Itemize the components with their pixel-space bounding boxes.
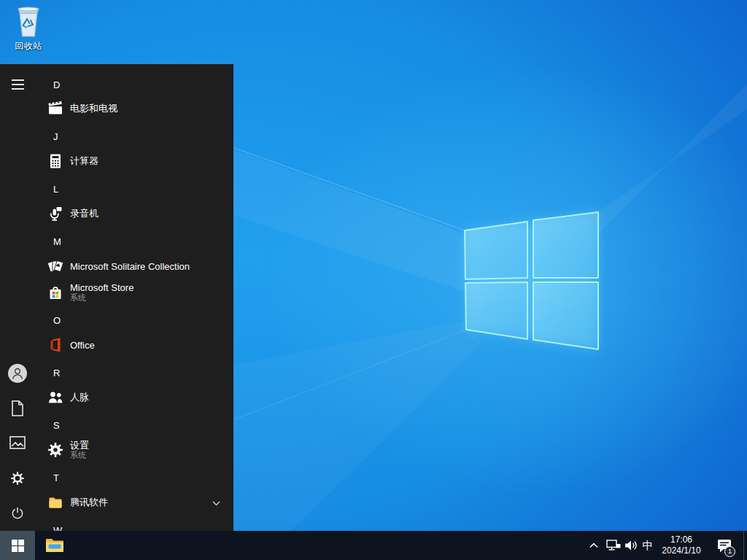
network-ethernet-icon (606, 540, 621, 552)
office-icon (47, 336, 64, 354)
folder-icon (47, 494, 64, 511)
app-item-calculator[interactable]: 计算器 (35, 147, 233, 175)
power-button[interactable] (0, 496, 35, 531)
clock-time: 17:06 (670, 534, 692, 545)
app-item-microsoft-store[interactable]: Microsoft Store 系统 (35, 276, 233, 308)
section-header-o[interactable]: O (35, 306, 233, 334)
section-header-r[interactable]: R (35, 359, 233, 386)
pictures-icon (9, 436, 26, 449)
user-avatar-icon (7, 363, 28, 384)
app-item-settings[interactable]: 设置 系统 (35, 434, 233, 466)
notification-badge: 1 (724, 546, 735, 557)
app-item-sublabel: 系统 (70, 451, 89, 460)
section-header-w[interactable]: W (35, 516, 233, 531)
section-header-t[interactable]: T (35, 464, 233, 491)
people-icon (47, 389, 64, 406)
network-tray-button[interactable] (604, 531, 623, 560)
clock-date: 2024/1/10 (662, 545, 700, 556)
voice-recorder-icon (47, 205, 64, 222)
speaker-icon (624, 540, 638, 551)
tray-hidden-icons-button[interactable] (584, 531, 603, 560)
app-list: D 电影和电视 J (35, 64, 233, 531)
hamburger-icon (12, 79, 24, 90)
user-account-button[interactable] (0, 356, 35, 391)
solitaire-icon (47, 257, 64, 275)
chevron-down-icon[interactable] (212, 496, 220, 509)
taskbar: 中 17:06 2024/1/10 1 (0, 531, 747, 560)
pictures-button[interactable] (0, 425, 35, 460)
start-menu-rail (0, 64, 35, 531)
show-desktop-button[interactable] (743, 531, 747, 560)
settings-button[interactable] (0, 461, 35, 496)
windows-logo-icon (12, 540, 24, 552)
documents-button[interactable] (0, 391, 35, 426)
start-button[interactable] (0, 531, 35, 560)
power-icon (10, 506, 25, 521)
section-header-l[interactable]: L (35, 175, 233, 203)
app-item-office[interactable]: Office (35, 331, 233, 359)
document-icon (10, 400, 25, 416)
file-explorer-button[interactable] (38, 531, 71, 560)
expand-menu-button[interactable] (0, 67, 35, 102)
recycle-bin[interactable]: 回收站 (6, 4, 51, 57)
file-explorer-icon (45, 537, 64, 553)
settings-gear-icon (47, 441, 64, 459)
ime-language-button[interactable]: 中 (639, 531, 657, 560)
app-item-movies-tv[interactable]: 电影和电视 (35, 95, 233, 122)
taskbar-clock[interactable]: 17:06 2024/1/10 (656, 531, 707, 560)
action-center-button[interactable]: 1 (709, 531, 740, 560)
app-item-tencent-folder[interactable]: 腾讯软件 (35, 489, 233, 516)
recycle-bin-label: 回收站 (15, 40, 42, 52)
movies-tv-icon (47, 100, 64, 117)
screen: 回收站 (0, 0, 747, 560)
section-header-m[interactable]: M (35, 228, 233, 255)
section-header-j[interactable]: J (35, 122, 233, 150)
microsoft-store-icon (47, 284, 64, 301)
calculator-icon (47, 152, 64, 170)
app-item-people[interactable]: 人脉 (35, 384, 233, 411)
app-item-voice-recorder[interactable]: 录音机 (35, 200, 233, 228)
start-menu: D 电影和电视 J (0, 64, 233, 531)
settings-gear-outline-icon (9, 470, 26, 486)
volume-tray-button[interactable] (622, 531, 640, 560)
recycle-bin-icon (13, 4, 44, 39)
chevron-up-icon (589, 542, 598, 548)
app-item-sublabel: 系统 (70, 293, 133, 303)
